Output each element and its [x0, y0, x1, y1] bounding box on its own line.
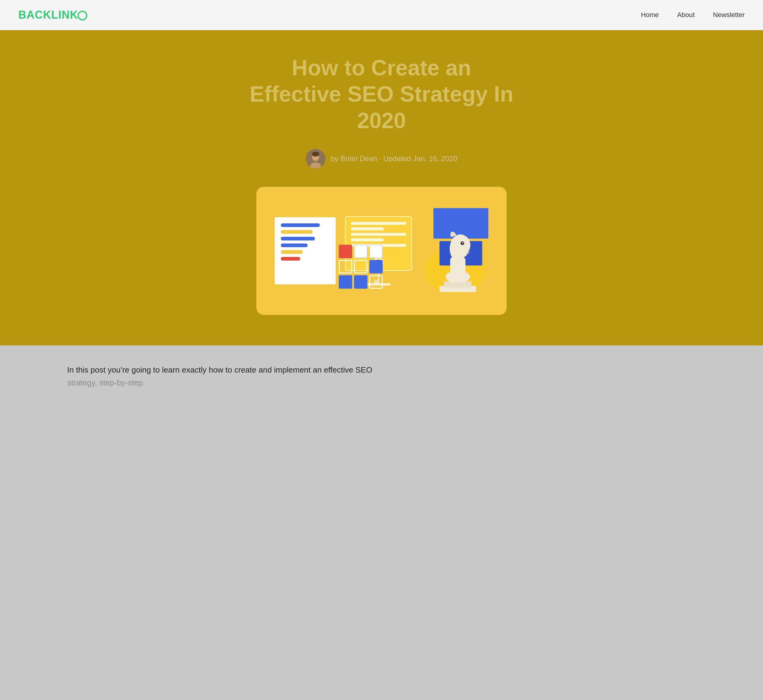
logo-o-circle: [78, 11, 87, 20]
logo-text: BACKLINK: [18, 9, 78, 21]
content-intro: In this post you’re going to learn exact…: [67, 364, 696, 389]
doc-line-4: [281, 244, 308, 247]
doc-line-1: [281, 223, 320, 227]
screen-line-2: [351, 227, 384, 230]
chess-knight-svg: [433, 230, 482, 294]
grid-icon-orange: [339, 245, 352, 258]
grid-icon-white-2: [369, 245, 383, 258]
author-updated: Updated Jan. 16, 2020: [383, 155, 458, 162]
svg-point-11: [462, 242, 463, 244]
svg-rect-5: [312, 153, 319, 155]
doc-panel: [275, 217, 336, 284]
doc-line-6: [281, 257, 300, 261]
site-logo[interactable]: BACKLINK: [18, 9, 87, 21]
grid-icon-blue-3: [354, 275, 367, 289]
main-nav: Home About Newsletter: [641, 11, 745, 19]
author-by: by Brian Dean: [331, 155, 377, 162]
hero-title: How to Create an Effective SEO Strategy …: [244, 55, 519, 134]
doc-line-3: [281, 237, 315, 241]
nav-about[interactable]: About: [677, 11, 695, 19]
seo-svg-illustration: [275, 208, 488, 294]
author-info: by Brian Dean · Updated Jan. 16, 2020: [18, 149, 745, 169]
screen-line-3: [351, 233, 406, 236]
grid-icon-white-1: [354, 245, 367, 258]
site-header: BACKLINK Home About Newsletter: [0, 0, 763, 30]
svg-rect-9: [450, 257, 466, 278]
author-avatar: [306, 149, 325, 169]
grid-icon-blue-1: [369, 260, 383, 273]
nav-newsletter[interactable]: Newsletter: [713, 11, 745, 19]
screen-line-1: [351, 222, 406, 225]
screen-line-4: [351, 238, 384, 241]
grid-icon-outline-1: [339, 260, 352, 273]
intro-bold-text: In this post you’re going to learn exact…: [67, 365, 372, 374]
nav-home[interactable]: Home: [641, 11, 659, 19]
chess-section: [421, 208, 488, 294]
grid-icons: [339, 245, 383, 289]
grid-icon-blue-2: [339, 275, 352, 289]
hero-illustration: [256, 187, 507, 315]
content-section: In this post you’re going to learn exact…: [0, 345, 763, 407]
grid-icon-x: [369, 275, 383, 289]
intro-faded-text: strategy, step-by-step.: [67, 378, 145, 387]
author-text: by Brian Dean · Updated Jan. 16, 2020: [331, 155, 458, 163]
grid-icon-outline-2: [354, 260, 367, 273]
author-separator: ·: [379, 155, 381, 162]
doc-line-5: [281, 250, 303, 254]
monitor-area: [345, 216, 412, 286]
hero-section: How to Create an Effective SEO Strategy …: [0, 30, 763, 345]
doc-line-2: [281, 230, 313, 234]
